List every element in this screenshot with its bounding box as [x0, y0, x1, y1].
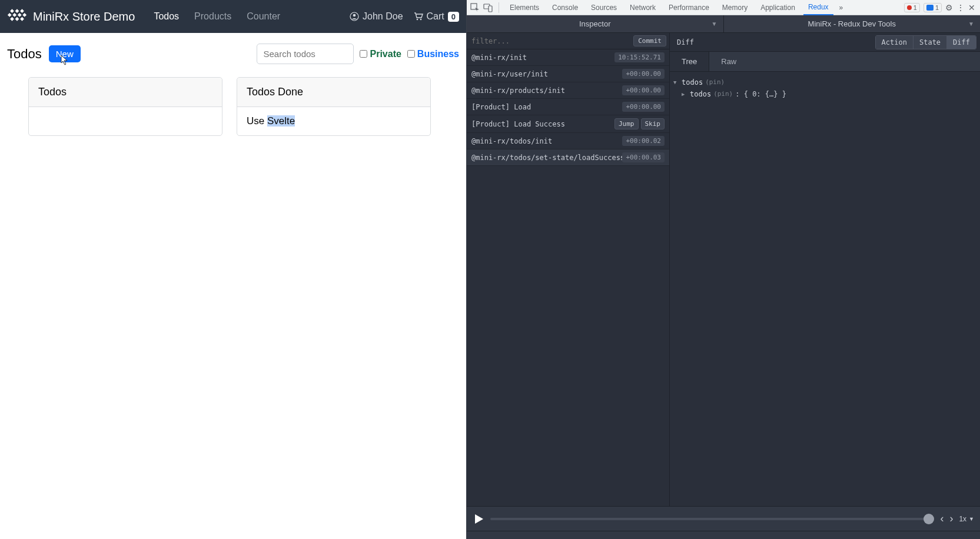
- seg-action[interactable]: Action: [876, 36, 913, 49]
- filter-input[interactable]: [467, 35, 633, 48]
- todo-item[interactable]: Use Svelte: [247, 115, 421, 127]
- speed-select[interactable]: 1x ▼: [959, 515, 974, 523]
- action-row[interactable]: @mini-rx/user/init+00:00.00: [467, 66, 669, 82]
- play-icon[interactable]: [473, 513, 484, 525]
- tree-child[interactable]: ▶ todos (pin): { 0: {…} }: [673, 88, 976, 100]
- diff-label: Diff: [673, 38, 697, 46]
- error-badge[interactable]: 1: [904, 3, 920, 12]
- tab-sources[interactable]: Sources: [586, 1, 622, 15]
- nav-products[interactable]: Products: [187, 6, 238, 26]
- tab-performance[interactable]: Performance: [664, 1, 714, 15]
- gear-icon[interactable]: ⚙: [945, 3, 953, 12]
- tab-redux[interactable]: Redux: [803, 0, 833, 15]
- action-row[interactable]: @mini-rx/todos/set-state/loadSuccess+00:…: [467, 149, 669, 166]
- logo: MiniRx Store Demo: [7, 9, 135, 24]
- cart-icon: [414, 12, 423, 21]
- svg-rect-16: [489, 6, 492, 12]
- kebab-icon[interactable]: ⋮: [956, 3, 965, 12]
- tab-console[interactable]: Console: [547, 1, 583, 15]
- action-name: [Product] Load Success: [471, 120, 614, 128]
- svg-marker-6: [22, 13, 26, 17]
- collapse-icon[interactable]: ▼: [673, 76, 679, 88]
- action-row[interactable]: @mini-rx/init10:15:52.71: [467, 49, 669, 66]
- cart-count: 0: [448, 12, 459, 22]
- search-input[interactable]: [257, 44, 354, 64]
- svg-marker-4: [12, 13, 16, 17]
- inspect-icon[interactable]: [470, 3, 480, 12]
- chevron-down-icon[interactable]: ▼: [712, 21, 717, 27]
- panel-header[interactable]: MiniRx - Redux Dev Tools ▼: [724, 15, 981, 32]
- private-filter[interactable]: Private: [360, 49, 401, 59]
- private-checkbox[interactable]: [360, 50, 367, 58]
- svg-marker-8: [15, 17, 19, 21]
- page-title: Todos: [7, 46, 42, 62]
- expand-icon[interactable]: ▶: [682, 88, 687, 100]
- action-time: +00:00.02: [622, 136, 665, 146]
- action-time: +00:00.00: [622, 102, 665, 112]
- user-name: John Doe: [363, 11, 403, 22]
- action-row[interactable]: [Product] Load+00:00.00: [467, 99, 669, 115]
- playback-track[interactable]: [490, 518, 934, 520]
- svg-marker-7: [10, 17, 14, 21]
- close-icon[interactable]: ✕: [968, 3, 975, 12]
- nav-items: Todos Products Counter: [147, 6, 287, 26]
- message-badge[interactable]: 1: [923, 3, 942, 12]
- action-row[interactable]: [Product] Load SuccessJumpSkip: [467, 115, 669, 133]
- commit-button[interactable]: Commit: [633, 35, 666, 46]
- prev-icon[interactable]: ‹: [940, 513, 944, 525]
- more-tabs-icon[interactable]: »: [837, 4, 846, 12]
- svg-marker-0: [10, 9, 14, 13]
- cart-label: Cart: [427, 11, 444, 22]
- svg-marker-5: [18, 13, 22, 17]
- fmt-raw[interactable]: Raw: [709, 52, 748, 71]
- business-checkbox[interactable]: [407, 50, 415, 58]
- action-name: @mini-rx/init: [471, 54, 614, 62]
- action-time: +00:00.00: [622, 69, 665, 79]
- jump-button[interactable]: Jump: [614, 118, 639, 129]
- svg-point-13: [420, 19, 421, 21]
- seg-state[interactable]: State: [913, 36, 947, 49]
- private-label: Private: [370, 49, 401, 59]
- diff-tree: ▼ todos (pin) ▶ todos (pin): { 0: {…} }: [670, 72, 980, 105]
- action-time: +00:00.00: [622, 85, 665, 95]
- device-icon[interactable]: [483, 3, 493, 12]
- tree-root[interactable]: ▼ todos (pin): [673, 76, 976, 88]
- tab-network[interactable]: Network: [625, 1, 660, 15]
- action-name: @mini-rx/todos/set-state/loadSuccess: [471, 154, 622, 162]
- action-row[interactable]: @mini-rx/products/init+00:00.00: [467, 82, 669, 99]
- svg-marker-1: [15, 9, 19, 13]
- actions-list: @mini-rx/init10:15:52.71@mini-rx/user/in…: [467, 49, 669, 506]
- svg-marker-2: [20, 9, 24, 13]
- tab-application[interactable]: Application: [756, 1, 800, 15]
- business-filter[interactable]: Business: [407, 49, 459, 59]
- new-button[interactable]: New: [49, 45, 81, 62]
- business-label: Business: [417, 49, 459, 59]
- devtools-tabs: Elements Console Sources Network Perform…: [467, 0, 980, 15]
- chevron-down-icon[interactable]: ▼: [968, 21, 974, 27]
- action-row[interactable]: @mini-rx/todos/init+00:00.02: [467, 133, 669, 149]
- playback-bar: ‹ › 1x ▼: [467, 506, 980, 531]
- action-name: @mini-rx/products/init: [471, 86, 622, 95]
- nav-todos[interactable]: Todos: [147, 6, 186, 26]
- tab-elements[interactable]: Elements: [505, 1, 544, 15]
- svg-marker-17: [475, 514, 483, 524]
- todo-highlight: Svelte: [267, 115, 295, 127]
- next-icon[interactable]: ›: [949, 513, 953, 525]
- action-time: +00:00.03: [622, 152, 665, 162]
- nav-counter[interactable]: Counter: [240, 6, 287, 26]
- action-name: @mini-rx/todos/init: [471, 137, 622, 145]
- todos-card-body: [29, 107, 222, 133]
- todos-card: Todos: [28, 77, 222, 136]
- user-menu[interactable]: John Doe: [350, 11, 403, 22]
- seg-diff[interactable]: Diff: [947, 36, 976, 49]
- svg-marker-9: [20, 17, 24, 21]
- fmt-tree[interactable]: Tree: [670, 52, 709, 71]
- dock-bar: [467, 531, 980, 539]
- tab-memory[interactable]: Memory: [717, 1, 752, 15]
- inspector-header[interactable]: Inspector ▼: [467, 15, 723, 32]
- user-icon: [350, 12, 359, 21]
- cart-link[interactable]: Cart 0: [414, 11, 459, 22]
- skip-button[interactable]: Skip: [641, 118, 665, 129]
- playback-thumb[interactable]: [923, 514, 934, 524]
- todo-text: Use: [247, 115, 267, 127]
